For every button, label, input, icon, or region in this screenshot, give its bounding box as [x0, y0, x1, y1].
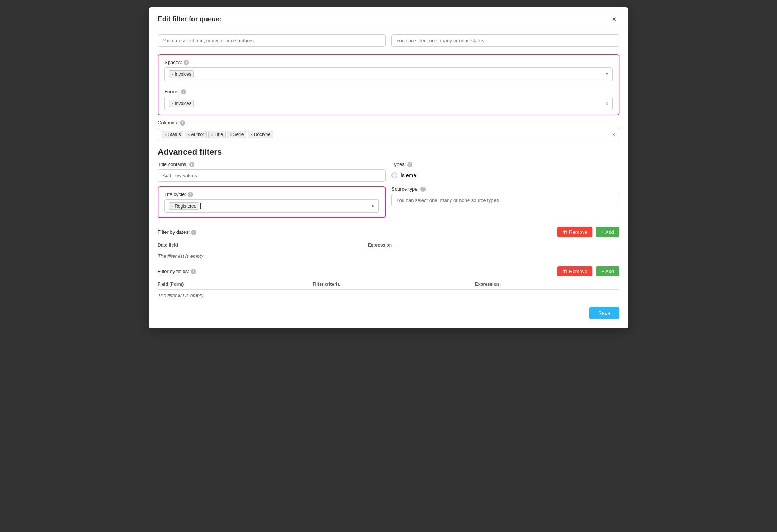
title-contains-info-icon: i: [189, 162, 194, 167]
top-row: [158, 30, 619, 51]
filter-fields-actions: 🗑 Remove + Add: [557, 266, 619, 276]
close-button[interactable]: ×: [609, 13, 619, 25]
lifecycle-label: Life cycle: i: [164, 191, 379, 197]
filter-fields-info-icon: i: [191, 269, 196, 274]
forms-tags-inner: × Invoices: [169, 100, 604, 107]
spaces-info-icon: i: [184, 60, 189, 65]
column-tag-title: × Title: [208, 131, 226, 138]
source-type-input[interactable]: [391, 194, 619, 206]
modal-body: Spaces: i × Invoices × Forms:: [149, 30, 628, 328]
spaces-tags-input[interactable]: × Invoices ×: [164, 67, 613, 81]
types-label: Types: i: [391, 161, 619, 167]
title-contains-section: Title contains: i: [158, 161, 386, 182]
title-types-row: Title contains: i Types: i Is email: [158, 161, 619, 182]
filter-dates-table: Date field Expression The filter list is…: [158, 240, 619, 262]
filter-fields-empty: The filter list is empty: [158, 290, 619, 302]
filter-dates-empty-row: The filter list is empty: [158, 250, 619, 262]
column-tag-doctype: × Doctype: [248, 131, 273, 138]
filter-dates-actions: 🗑 Remove + Add: [557, 227, 619, 237]
lifecycle-source-row: Life cycle: i × Registered ×: [158, 186, 619, 223]
save-row: Save: [158, 307, 619, 319]
trash-icon: 🗑: [563, 229, 568, 235]
filter-fields-header-row: Field (Form) Filter criteria Expression: [158, 279, 619, 290]
filter-dates-empty: The filter list is empty: [158, 250, 619, 262]
columns-label: Columns: i: [158, 120, 619, 126]
column-tag-serie: × Serie: [227, 131, 246, 138]
columns-clear-button[interactable]: ×: [612, 132, 615, 137]
title-contains-label: Title contains: i: [158, 161, 386, 167]
filter-dates-remove-button[interactable]: 🗑 Remove: [557, 227, 592, 237]
source-type-section: Source type: i: [391, 186, 619, 223]
types-info-icon: i: [407, 162, 412, 167]
col-field-form: Field (Form): [158, 279, 312, 290]
lifecycle-info-icon: i: [188, 192, 193, 197]
forms-clear-button[interactable]: ×: [605, 100, 608, 106]
is-email-row: Is email: [391, 172, 619, 178]
source-type-info-icon: i: [420, 187, 426, 192]
modal-header: Edit filter for queue: ×: [149, 7, 628, 30]
filter-dates-label: Filter by dates: i: [158, 229, 196, 235]
spaces-forms-section: Spaces: i × Invoices × Forms:: [158, 54, 619, 115]
lifecycle-clear-button[interactable]: ×: [372, 203, 375, 209]
author-input[interactable]: [158, 34, 386, 47]
is-email-checkbox[interactable]: [391, 172, 397, 178]
spaces-tag-invoices: × Invoices: [169, 70, 194, 78]
advanced-filters-title: Advanced filters: [158, 147, 619, 157]
edit-filter-modal: Edit filter for queue: × Spaces: i: [149, 7, 628, 328]
columns-info-icon: i: [180, 120, 185, 126]
modal-overlay: Edit filter for queue: × Spaces: i: [0, 0, 777, 532]
title-contains-input[interactable]: [158, 169, 386, 182]
filter-dates-header: Filter by dates: i 🗑 Remove + Add: [158, 227, 619, 237]
filter-fields-label: Filter by fields: i: [158, 269, 196, 274]
status-input[interactable]: [391, 34, 619, 47]
forms-label: Forms: i: [164, 89, 613, 94]
lifecycle-tag-registered: × Registered: [169, 202, 199, 210]
is-email-label: Is email: [400, 172, 418, 178]
forms-info-icon: i: [181, 89, 186, 94]
columns-tags-inner: × Status × Author × Title ×: [162, 131, 611, 138]
filter-by-dates-section: Filter by dates: i 🗑 Remove + Add: [158, 227, 619, 262]
spaces-label: Spaces: i: [164, 60, 613, 65]
types-section: Types: i Is email: [391, 161, 619, 182]
spaces-tags-inner: × Invoices: [169, 70, 604, 78]
filter-fields-add-button[interactable]: + Add: [596, 266, 619, 276]
filter-dates-header-row: Date field Expression: [158, 240, 619, 250]
forms-tags-input[interactable]: × Invoices ×: [164, 97, 613, 110]
columns-tags-input[interactable]: × Status × Author × Title ×: [158, 128, 619, 141]
filter-fields-remove-button[interactable]: 🗑 Remove: [557, 266, 592, 276]
filter-dates-info-icon: i: [191, 230, 196, 235]
column-tag-status: × Status: [162, 131, 183, 138]
source-type-label: Source type: i: [391, 186, 619, 192]
trash-icon-2: 🗑: [563, 269, 568, 274]
filter-fields-header: Filter by fields: i 🗑 Remove + Add: [158, 266, 619, 276]
fields-add-label: + Add: [601, 269, 614, 274]
filter-fields-table: Field (Form) Filter criteria Expression …: [158, 279, 619, 301]
spaces-clear-button[interactable]: ×: [605, 71, 608, 77]
lifecycle-section: Life cycle: i × Registered ×: [158, 186, 386, 218]
col-date-field: Date field: [158, 240, 368, 250]
filter-by-fields-section: Filter by fields: i 🗑 Remove + Add: [158, 266, 619, 301]
filter-fields-empty-row: The filter list is empty: [158, 290, 619, 302]
add-label: + Add: [601, 229, 614, 235]
remove-label: Remove: [569, 229, 587, 235]
col-filter-criteria: Filter criteria: [312, 279, 475, 290]
lifecycle-tags-input[interactable]: × Registered ×: [164, 199, 379, 213]
filter-dates-add-button[interactable]: + Add: [596, 227, 619, 237]
save-button[interactable]: Save: [589, 307, 619, 319]
modal-title: Edit filter for queue:: [158, 15, 222, 23]
lifecycle-tags-inner: × Registered: [169, 202, 370, 210]
text-cursor: [200, 203, 201, 209]
spaces-tag-remove[interactable]: ×: [171, 72, 173, 76]
col-expression: Expression: [368, 240, 620, 250]
forms-tag-invoices: × Invoices: [169, 100, 194, 107]
forms-tag-remove[interactable]: ×: [171, 101, 173, 106]
fields-remove-label: Remove: [569, 269, 587, 274]
column-tag-author: × Author: [185, 131, 207, 138]
col-expression-2: Expression: [475, 279, 619, 290]
columns-section: Columns: i × Status × Author: [158, 120, 619, 141]
